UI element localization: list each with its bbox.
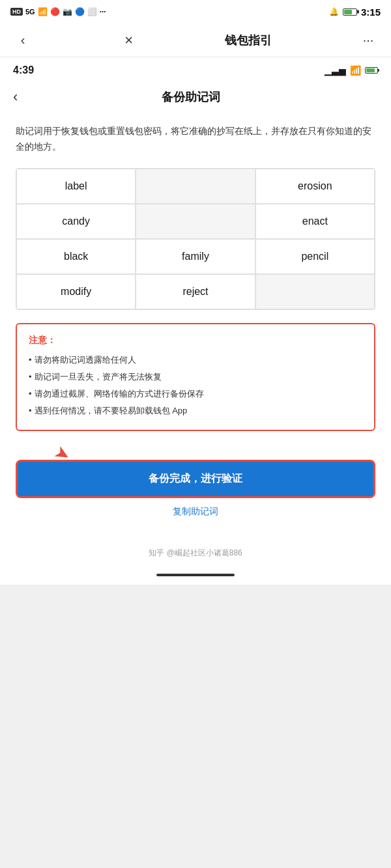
close-button[interactable]: × (119, 32, 139, 49)
status-left: HD 5G 📶 🔴 📷 🔵 ⬜ ··· (10, 7, 106, 16)
warning-item-1: 请勿将助记词透露给任何人 (29, 352, 362, 369)
word-cell-11: reject (136, 274, 255, 309)
app-icon-1: 📷 (63, 7, 72, 16)
copy-mnemonic-button[interactable]: 复制助记词 (16, 506, 375, 523)
word-cell-8: family (136, 239, 255, 274)
word-cell-5 (136, 204, 255, 239)
inner-page-title: 备份助记词 (18, 89, 364, 105)
signal-icon: 5G (25, 8, 35, 16)
back-button[interactable]: ‹ (13, 33, 33, 48)
watermark-text: 知乎 @崛起社区小诸葛886 (149, 548, 242, 557)
word-cell-10: modify (16, 274, 136, 309)
status-right: 🔔 3:15 (329, 7, 381, 18)
device-status-bar: HD 5G 📶 🔴 📷 🔵 ⬜ ··· 🔔 3:15 (0, 0, 391, 23)
battery-icon (343, 8, 357, 16)
main-content: 助记词用于恢复钱包或重置钱包密码，将它准确的抄写在纸上，并存放在只有你知道的安全… (0, 113, 391, 460)
warning-item-4: 遇到任何情况，请不要轻易卸载钱包 App (29, 402, 362, 419)
weibo-icon: 🔴 (50, 7, 60, 16)
inner-appbar: ‹ 备份助记词 (0, 81, 391, 113)
inner-battery-icon (365, 67, 378, 74)
word-cell-2 (136, 169, 255, 204)
word-cell-7: black (16, 239, 136, 274)
inner-back-button[interactable]: ‹ (13, 89, 18, 105)
app-icon-2: 🔵 (75, 7, 85, 16)
word-grid: label erosion candy enact black (16, 168, 375, 310)
word-cell-1: label (16, 169, 136, 204)
hd-badge: HD (10, 8, 23, 16)
backup-verify-button[interactable]: 备份完成，进行验证 (16, 460, 375, 498)
app-title: 钱包指引 (225, 33, 272, 48)
button-area: ➤ 备份完成，进行验证 复制助记词 (0, 460, 391, 533)
bell-icon: 🔔 (329, 7, 339, 16)
home-bar (156, 574, 235, 576)
warning-item-2: 助记词一旦丢失，资产将无法恢复 (29, 369, 362, 385)
home-indicator (0, 565, 391, 585)
warning-title: 注意： (29, 335, 362, 346)
warning-item-3: 请勿通过截屏、网络传输的方式进行备份保存 (29, 385, 362, 402)
inner-wifi-icon: 📶 (350, 65, 361, 76)
more-icon: ··· (100, 7, 106, 16)
inner-status-icons: ▁▃▅ 📶 (325, 65, 378, 76)
word-cell-3: erosion (255, 169, 375, 204)
inner-time: 4:39 (13, 64, 34, 76)
device-time: 3:15 (361, 7, 381, 18)
app-icon-3: ⬜ (87, 7, 97, 16)
word-cell-12 (255, 274, 375, 309)
word-cell-4: candy (16, 204, 136, 239)
inner-status-bar: 4:39 ▁▃▅ 📶 (0, 57, 391, 81)
inner-screen: 4:39 ▁▃▅ 📶 ‹ 备份助记词 助记词用于恢复钱包或重置钱包密码，将它准确… (0, 57, 391, 585)
bottom-area: 知乎 @崛起社区小诸葛886 (0, 533, 391, 565)
word-cell-9: pencil (255, 239, 375, 274)
description-text: 助记词用于恢复钱包或重置钱包密码，将它准确的抄写在纸上，并存放在只有你知道的安全… (16, 124, 375, 155)
more-options-button[interactable]: ··· (358, 33, 378, 48)
signal-bars-icon: 📶 (38, 7, 48, 16)
word-cell-6: enact (255, 204, 375, 239)
inner-signal-icon: ▁▃▅ (325, 65, 346, 76)
warning-box: 注意： 请勿将助记词透露给任何人 助记词一旦丢失，资产将无法恢复 请勿通过截屏、… (16, 323, 375, 431)
app-topbar: ‹ × 钱包指引 ··· (0, 23, 391, 57)
